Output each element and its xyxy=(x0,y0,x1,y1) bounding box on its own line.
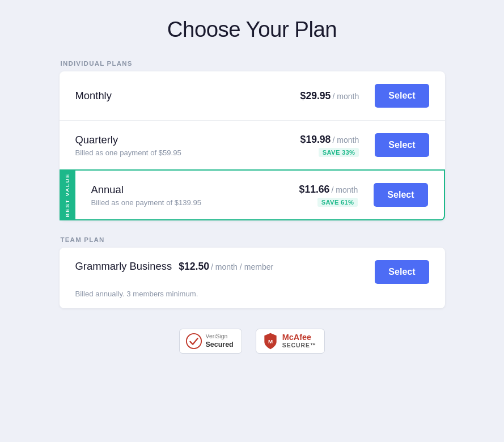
plan-monthly-price-col: $29.95 / month xyxy=(257,90,359,102)
plan-quarterly-period: / month xyxy=(332,135,359,144)
page-title: Choose Your Plan xyxy=(167,17,337,42)
verisign-text: VeriSign Secured xyxy=(206,333,234,348)
plan-business-billing: Billed annually. 3 members minimum. xyxy=(75,290,429,298)
individual-plans-inner: Monthly $29.95 / month Select Quarterly … xyxy=(60,71,445,169)
mcafee-icon: M xyxy=(262,333,279,350)
plan-annual-price-col: $11.66 / month SAVE 61% xyxy=(256,184,358,207)
plan-row-annual-container: BEST VALUE Annual Billed as one payment … xyxy=(60,169,445,220)
plan-annual-price-line: $11.66 / month xyxy=(299,184,358,196)
select-monthly-button[interactable]: Select xyxy=(375,84,429,108)
best-value-label: BEST VALUE xyxy=(64,173,70,217)
mcafee-text: McAfee SECURE™ xyxy=(282,333,317,350)
best-value-side-bar: BEST VALUE xyxy=(60,169,75,220)
plan-monthly-price-line: $29.95 / month xyxy=(300,90,359,102)
team-plan-label: TEAM PLAN xyxy=(60,236,445,243)
select-annual-button[interactable]: Select xyxy=(374,183,427,207)
team-plans-card: Grammarly Business $12.50 / month / memb… xyxy=(60,248,445,308)
svg-point-0 xyxy=(186,334,201,348)
select-quarterly-button[interactable]: Select xyxy=(375,133,429,157)
plan-business-period: / month / member xyxy=(211,262,273,271)
plan-quarterly-price-col: $19.98 / month SAVE 33% xyxy=(257,134,359,157)
verisign-badge: VeriSign Secured xyxy=(179,329,242,354)
plan-row-quarterly: Quarterly Billed as one payment of $59.9… xyxy=(60,121,445,169)
plan-row-annual-inner: Annual Billed as one payment of $139.95 … xyxy=(75,169,445,220)
plan-row-monthly: Monthly $29.95 / month Select xyxy=(60,71,445,121)
plan-annual-billing: Billed as one payment of $139.95 xyxy=(91,198,256,207)
plan-business-amount: $12.50 xyxy=(179,261,209,273)
plan-monthly-name: Monthly xyxy=(75,90,257,102)
plan-annual-name-col: Annual Billed as one payment of $139.95 xyxy=(91,184,256,207)
verisign-line2: Secured xyxy=(206,341,234,349)
individual-plans-section: INDIVIDUAL PLANS Monthly $29.95 / month … xyxy=(60,60,445,220)
mcafee-line1: McAfee xyxy=(282,333,317,342)
mcafee-line2: SECURE™ xyxy=(282,342,317,349)
plan-annual-period: / month xyxy=(331,185,358,194)
business-billing-row: Billed annually. 3 members minimum. xyxy=(75,287,429,298)
plan-quarterly-price-line: $19.98 / month xyxy=(300,134,359,146)
plan-annual-amount: $11.66 xyxy=(299,184,330,196)
plan-monthly-name-col: Monthly xyxy=(75,90,257,102)
select-business-button[interactable]: Select xyxy=(375,260,429,284)
plan-business-price-line: $12.50 / month / member xyxy=(179,261,273,273)
individual-plans-card: Monthly $29.95 / month Select Quarterly … xyxy=(60,71,445,220)
verisign-line1: VeriSign xyxy=(206,333,234,340)
plan-quarterly-name: Quarterly xyxy=(75,134,257,146)
business-top-row: Grammarly Business $12.50 / month / memb… xyxy=(75,260,366,273)
plan-quarterly-billing: Billed as one payment of $59.95 xyxy=(75,148,257,157)
plan-business-name: Grammarly Business xyxy=(75,260,172,273)
plan-annual-name: Annual xyxy=(91,184,256,196)
annual-save-badge: SAVE 61% xyxy=(317,198,358,207)
quarterly-save-badge: SAVE 33% xyxy=(319,148,359,157)
trust-badges: VeriSign Secured M McAfee SECURE™ xyxy=(179,329,325,354)
plan-row-business: Grammarly Business $12.50 / month / memb… xyxy=(60,248,445,308)
mcafee-badge: M McAfee SECURE™ xyxy=(256,329,325,354)
plan-monthly-amount: $29.95 xyxy=(300,90,331,102)
plan-quarterly-name-col: Quarterly Billed as one payment of $59.9… xyxy=(75,134,257,157)
svg-text:M: M xyxy=(268,338,273,345)
verisign-icon xyxy=(185,333,202,350)
plan-monthly-period: / month xyxy=(332,92,359,101)
team-plan-section: TEAM PLAN Grammarly Business $12.50 / mo… xyxy=(60,236,445,308)
plan-quarterly-amount: $19.98 xyxy=(300,134,331,146)
individual-plans-label: INDIVIDUAL PLANS xyxy=(60,60,445,67)
